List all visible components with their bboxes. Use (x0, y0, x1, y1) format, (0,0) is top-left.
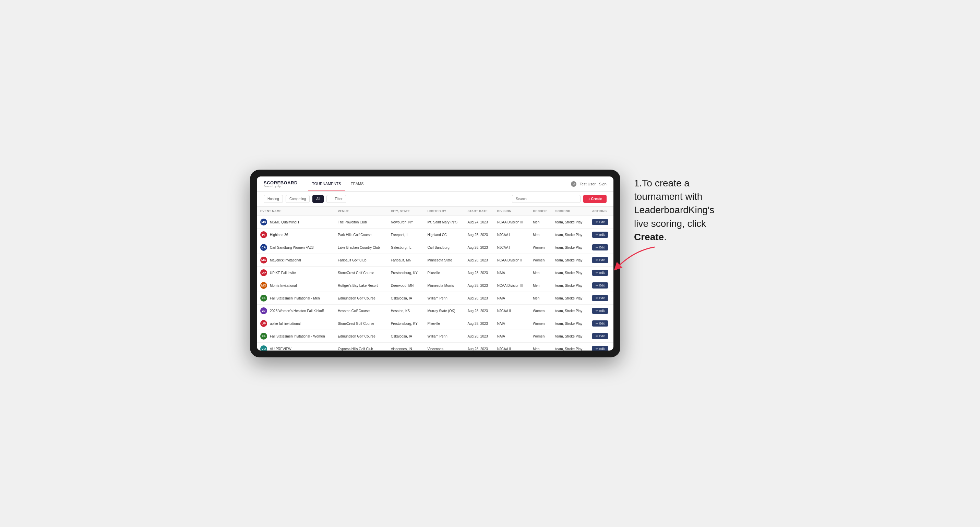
sign-in-label[interactable]: Sign (599, 182, 606, 186)
team-logo: UP (260, 269, 267, 276)
cell-division: NAIA (494, 292, 530, 305)
event-name-text: MSMC Qualifying 1 (270, 220, 299, 224)
edit-icon: ✏ (596, 233, 598, 237)
annotation-line2: tournament with (634, 191, 702, 202)
cell-city-state: Freeport, IL (388, 229, 424, 241)
cell-gender: Women (530, 241, 552, 254)
cell-gender: Men (530, 229, 552, 241)
edit-button[interactable]: ✏ Edit (592, 308, 608, 314)
annotation-period: . (664, 232, 667, 242)
col-division: DIVISION (494, 206, 530, 216)
search-input[interactable] (512, 195, 581, 203)
cell-actions: ✏ Edit (589, 343, 613, 351)
cell-division: NCAA Division II (494, 254, 530, 267)
cell-division: NJCAA I (494, 241, 530, 254)
edit-button[interactable]: ✏ Edit (592, 333, 608, 339)
cell-hosted-by: William Penn (424, 330, 464, 343)
competing-filter-button[interactable]: Competing (286, 195, 310, 203)
col-city-state: CITY, STATE (388, 206, 424, 216)
edit-button[interactable]: ✏ Edit (592, 295, 608, 301)
nav-right: ⚙ Test User Sign (571, 181, 607, 187)
event-name-text: Maverick Invitational (270, 258, 301, 262)
app-subtitle: Powered by clipr (264, 185, 298, 187)
event-name-cell: MA Maverick Invitational (260, 257, 331, 264)
annotation-line4: live scoring, click (634, 218, 706, 229)
edit-button[interactable]: ✏ Edit (592, 321, 608, 327)
create-button[interactable]: + Create (583, 195, 606, 203)
cell-division: NJCAA II (494, 343, 530, 351)
cell-venue: Cypress Hills Golf Club (334, 343, 387, 351)
page-wrapper: SCOREBOARD Powered by clipr TOURNAMENTS … (250, 170, 730, 357)
edit-button[interactable]: ✏ Edit (592, 257, 608, 263)
hosting-filter-button[interactable]: Hosting (264, 195, 283, 203)
cell-start-date: Aug 28, 2023 (464, 292, 493, 305)
cell-event-name: HI Highland 36 (257, 229, 334, 241)
cell-city-state: Hesston, KS (388, 305, 424, 317)
cell-start-date: Aug 26, 2023 (464, 241, 493, 254)
edit-label: Edit (600, 335, 605, 338)
col-gender: GENDER (530, 206, 552, 216)
cell-hosted-by: Minnesota-Morris (424, 279, 464, 292)
edit-button[interactable]: ✏ Edit (592, 244, 608, 251)
cell-venue: The Powelton Club (334, 216, 387, 229)
settings-icon[interactable]: ⚙ (571, 181, 576, 187)
table-body: MS MSMC Qualifying 1 The Powelton Club N… (257, 216, 613, 351)
cell-venue: Lake Bracken Country Club (334, 241, 387, 254)
team-logo: CA (260, 244, 267, 251)
cell-city-state: Oskaloosa, IA (388, 330, 424, 343)
cell-division: NAIA (494, 330, 530, 343)
table-row: UP upike fall invitational StoneCrest Go… (257, 317, 613, 330)
edit-icon: ✏ (596, 220, 598, 224)
cell-scoring: team, Stroke Play (552, 305, 589, 317)
edit-button[interactable]: ✏ Edit (592, 219, 608, 225)
cell-division: NJCAA I (494, 229, 530, 241)
cell-actions: ✏ Edit (589, 292, 613, 305)
annotation-line3: LeaderboardKing's (634, 205, 714, 215)
edit-button[interactable]: ✏ Edit (592, 232, 608, 238)
tab-teams[interactable]: TEAMS (347, 176, 368, 191)
cell-event-name: MA Maverick Invitational (257, 254, 334, 267)
cell-start-date: Aug 28, 2023 (464, 279, 493, 292)
cell-gender: Men (530, 267, 552, 279)
team-logo: VU (260, 345, 267, 351)
table-row: MS MSMC Qualifying 1 The Powelton Club N… (257, 216, 613, 229)
team-logo: MA (260, 257, 267, 264)
edit-button[interactable]: ✏ Edit (592, 346, 608, 351)
cell-actions: ✏ Edit (589, 216, 613, 229)
team-logo: MS (260, 219, 267, 225)
cell-hosted-by: Pikeville (424, 317, 464, 330)
edit-button[interactable]: ✏ Edit (592, 270, 608, 276)
all-filter-button[interactable]: All (312, 195, 324, 203)
edit-label: Edit (600, 233, 605, 237)
cell-event-name: CA Carl Sandburg Women FA23 (257, 241, 334, 254)
nav-bar: SCOREBOARD Powered by clipr TOURNAMENTS … (257, 176, 613, 192)
table-row: CA Carl Sandburg Women FA23 Lake Bracken… (257, 241, 613, 254)
table-row: FA Fall Statesmen Invitational - Men Edm… (257, 292, 613, 305)
event-name-cell: CA Carl Sandburg Women FA23 (260, 244, 331, 251)
edit-button[interactable]: ✏ Edit (592, 283, 608, 289)
cell-division: NCAA Division III (494, 279, 530, 292)
edit-label: Edit (600, 297, 605, 300)
cell-event-name: FA Fall Statesmen Invitational - Women (257, 330, 334, 343)
cell-hosted-by: Mt. Saint Mary (NY) (424, 216, 464, 229)
edit-icon: ✏ (596, 271, 598, 275)
header-row: EVENT NAME VENUE CITY, STATE HOSTED BY S… (257, 206, 613, 216)
cell-start-date: Aug 28, 2023 (464, 330, 493, 343)
team-logo: FA (260, 295, 267, 302)
table-row: UP UPIKE Fall Invite StoneCrest Golf Cou… (257, 267, 613, 279)
cell-scoring: team, Stroke Play (552, 343, 589, 351)
filter-button[interactable]: ☰ Filter (326, 195, 346, 203)
cell-hosted-by: Highland CC (424, 229, 464, 241)
cell-start-date: Aug 24, 2023 (464, 216, 493, 229)
team-logo: FA (260, 333, 267, 340)
filter-label: Filter (335, 197, 342, 201)
edit-icon: ✏ (596, 246, 598, 249)
cell-division: NAIA (494, 267, 530, 279)
edit-icon: ✏ (596, 322, 598, 325)
cell-gender: Women (530, 317, 552, 330)
annotation-text: 1.To create a tournament with Leaderboar… (634, 176, 730, 244)
tab-tournaments[interactable]: TOURNAMENTS (308, 176, 345, 191)
event-name-text: Highland 36 (270, 233, 288, 237)
cell-actions: ✏ Edit (589, 330, 613, 343)
cell-event-name: VU VU PREVIEW (257, 343, 334, 351)
